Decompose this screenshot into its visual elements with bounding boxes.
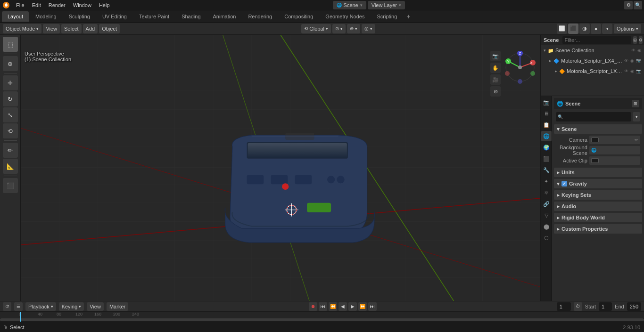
tab-scripting[interactable]: Scripting bbox=[371, 11, 403, 22]
top-right-icon-2[interactable]: 🔍 bbox=[634, 1, 642, 9]
viewport-hide-icon[interactable]: ⊘ bbox=[490, 86, 501, 97]
menu-help[interactable]: Help bbox=[95, 0, 114, 10]
move-tool[interactable]: ✛ bbox=[3, 75, 18, 90]
audio-header[interactable]: ▸ Audio bbox=[554, 202, 642, 211]
marker-dropdown[interactable]: Marker bbox=[107, 302, 128, 311]
wireframe-btn[interactable]: ⬜ bbox=[557, 24, 567, 34]
snapping-btn[interactable]: ⊕ ▾ bbox=[347, 24, 360, 33]
viewport-render-icon[interactable]: 🎥 bbox=[490, 74, 501, 85]
tab-uv-editing[interactable]: UV Editing bbox=[97, 11, 132, 22]
tab-shading[interactable]: Shading bbox=[176, 11, 206, 22]
timeline-view-dropdown[interactable]: View bbox=[87, 302, 104, 311]
options-btn[interactable]: Options ▾ bbox=[614, 24, 641, 33]
camera-value-field[interactable]: ✏ bbox=[589, 136, 640, 144]
tab-geometry-nodes[interactable]: Geometry Nodes bbox=[320, 11, 370, 22]
object-mode-dropdown[interactable]: Object Mode ▾ bbox=[3, 24, 41, 33]
prop-tab-constraints[interactable]: 🔗 bbox=[541, 199, 552, 209]
active-clip-value-field[interactable] bbox=[589, 156, 640, 165]
jump-end-btn[interactable]: ⏭ bbox=[368, 302, 377, 311]
menu-render[interactable]: Render bbox=[45, 0, 69, 10]
props-filter-btn[interactable]: ⊞ bbox=[632, 100, 639, 107]
prop-tab-modifier[interactable]: 🔧 bbox=[541, 165, 552, 175]
outliner-scene-collection[interactable]: ▾ 📁 Scene Collection 👁 ◉ bbox=[541, 45, 644, 56]
add-workspace-tab[interactable]: + bbox=[404, 12, 413, 21]
transform-tool[interactable]: ⟲ bbox=[3, 123, 18, 138]
bg-scene-value-field[interactable]: 🌐 bbox=[589, 146, 640, 154]
tab-modeling[interactable]: Modeling bbox=[30, 11, 62, 22]
menu-window[interactable]: Window bbox=[69, 0, 95, 10]
rigid-body-header[interactable]: ▸ Rigid Body World bbox=[554, 213, 642, 222]
measure-tool[interactable]: 📐 bbox=[3, 159, 18, 174]
step-back-btn[interactable]: ⏪ bbox=[329, 302, 337, 311]
prop-tab-object[interactable]: ⬛ bbox=[541, 154, 552, 164]
material-preview-btn[interactable]: ◑ bbox=[579, 24, 590, 34]
nav-gizmo[interactable]: X Y Z bbox=[504, 51, 537, 84]
menu-file[interactable]: File bbox=[12, 0, 28, 10]
select-cursor-tool[interactable]: ⬚ bbox=[3, 37, 18, 52]
timeline-menu-icon[interactable]: ☰ bbox=[14, 302, 23, 311]
prop-tab-output[interactable]: 🖥 bbox=[541, 108, 552, 119]
camera-pencil-icon[interactable]: ✏ bbox=[635, 138, 638, 142]
timeline-ruler-area[interactable]: 0 40 80 120 160 200 240 bbox=[0, 312, 644, 322]
timeline-scrollbar[interactable] bbox=[0, 318, 644, 322]
prop-tab-object-data[interactable]: ▽ bbox=[541, 210, 552, 220]
prop-tab-render[interactable]: 📷 bbox=[541, 97, 552, 107]
keying-dropdown[interactable]: Keying ▾ bbox=[59, 302, 84, 311]
units-section-header[interactable]: ▸ Units bbox=[554, 168, 642, 177]
current-frame-field[interactable]: 1 bbox=[557, 302, 571, 311]
rendered-btn[interactable]: ● bbox=[591, 24, 601, 34]
rotate-tool[interactable]: ↻ bbox=[3, 91, 18, 106]
scene-section-header[interactable]: ▾ Scene bbox=[554, 124, 642, 134]
cursor-tool[interactable]: ⊕ bbox=[3, 56, 18, 71]
gravity-section-header[interactable]: ▾ ✓ Gravity bbox=[554, 179, 642, 188]
outliner-item-1[interactable]: ▸ 🔶 Motorola_Scriptor_LX4_P 👁 ◉ 📷 bbox=[552, 66, 644, 76]
play-fwd-btn[interactable]: ▶ bbox=[348, 302, 357, 311]
shading-dropdown[interactable]: ▾ bbox=[602, 24, 612, 34]
end-frame-field[interactable]: 250 bbox=[627, 302, 641, 311]
solid-btn[interactable]: ⬛ bbox=[568, 24, 578, 34]
annotate-tool[interactable]: ✏ bbox=[3, 143, 18, 158]
tab-layout[interactable]: Layout bbox=[2, 11, 29, 22]
props-settings-btn[interactable]: ▾ bbox=[633, 112, 640, 121]
viewport-camera-icon[interactable]: 📷 bbox=[490, 51, 501, 61]
add-cube-tool[interactable]: ⬛ bbox=[3, 178, 18, 193]
tab-compositing[interactable]: Compositing bbox=[279, 11, 319, 22]
prop-tab-physics[interactable]: ⚛ bbox=[541, 187, 552, 198]
viewport-3d[interactable]: User Perspective (1) Scene Collection X … bbox=[21, 35, 540, 301]
pivot-point[interactable]: ⊙ ▾ bbox=[332, 24, 346, 33]
tab-sculpting[interactable]: Sculpting bbox=[63, 11, 96, 22]
prop-tab-scene[interactable]: 🌐 bbox=[541, 131, 552, 141]
view-menu-btn[interactable]: View bbox=[43, 24, 60, 33]
view-layer-selector[interactable]: View Layer ▾ bbox=[368, 1, 405, 9]
scene-selector[interactable]: 🌐 Scene ▾ bbox=[333, 1, 366, 9]
custom-props-header[interactable]: ▸ Custom Properties bbox=[554, 224, 642, 234]
proportional-btn[interactable]: ◎ ▾ bbox=[362, 24, 375, 33]
record-btn[interactable]: ⏺ bbox=[309, 302, 317, 311]
transform-orientation[interactable]: ⟲ Global ▾ bbox=[301, 24, 331, 33]
play-back-btn[interactable]: ◀ bbox=[339, 302, 347, 311]
add-menu-btn[interactable]: Add bbox=[83, 24, 98, 33]
select-menu-btn[interactable]: Select bbox=[61, 24, 82, 33]
outliner-settings-btn[interactable]: ⚙ bbox=[639, 36, 643, 44]
tab-texture-paint[interactable]: Texture Paint bbox=[133, 11, 175, 22]
playback-dropdown[interactable]: Playback ▾ bbox=[25, 302, 56, 311]
jump-start-btn[interactable]: ⏮ bbox=[319, 302, 327, 311]
scale-tool[interactable]: ⤡ bbox=[3, 107, 18, 122]
tab-animation[interactable]: Animation bbox=[207, 11, 242, 22]
prop-tab-world[interactable]: 🌍 bbox=[541, 142, 552, 153]
timeline-editor-icon[interactable]: ⏱ bbox=[3, 302, 11, 311]
object-menu-btn[interactable]: Object bbox=[99, 24, 120, 33]
prop-tab-view-layer[interactable]: 📋 bbox=[541, 120, 552, 130]
clock-icon[interactable]: ⏱ bbox=[574, 302, 582, 311]
step-fwd-btn[interactable]: ⏩ bbox=[358, 302, 367, 311]
props-search-input[interactable] bbox=[564, 114, 629, 120]
menu-edit[interactable]: Edit bbox=[28, 0, 45, 10]
tab-rendering[interactable]: Rendering bbox=[242, 11, 278, 22]
prop-tab-material[interactable]: ⬤ bbox=[541, 221, 552, 232]
keying-sets-header[interactable]: ▸ Keying Sets bbox=[554, 190, 642, 200]
prop-tab-shader[interactable]: ⬡ bbox=[541, 233, 552, 243]
top-right-icon-1[interactable]: ⚙ bbox=[624, 1, 633, 9]
start-frame-field[interactable]: 1 bbox=[599, 302, 612, 311]
gravity-checkbox[interactable]: ✓ bbox=[561, 181, 567, 186]
outliner-filter-btn[interactable]: ⊞ bbox=[633, 36, 637, 44]
